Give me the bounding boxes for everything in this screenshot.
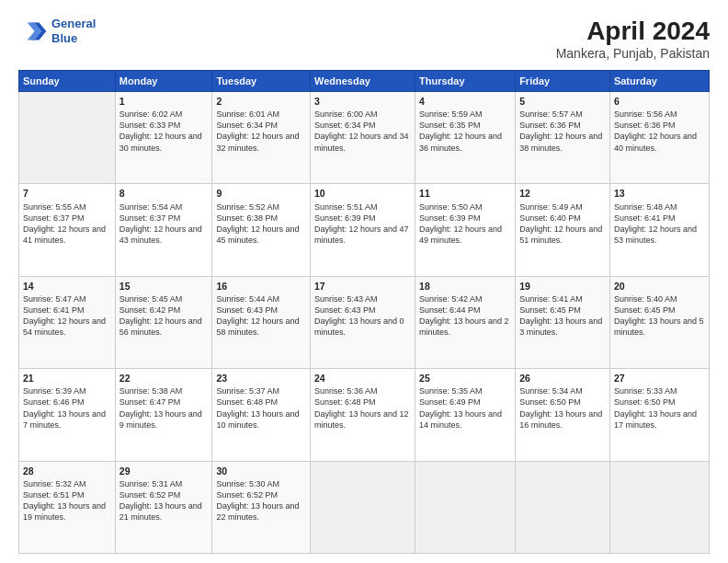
day-number: 6 [614,95,705,108]
col-thursday: Thursday [415,71,516,92]
table-cell: 11Sunrise: 5:50 AMSunset: 6:39 PMDayligh… [415,184,516,276]
table-cell: 20Sunrise: 5:40 AMSunset: 6:45 PMDayligh… [609,276,709,368]
col-monday: Monday [115,71,212,92]
table-cell: 2Sunrise: 6:01 AMSunset: 6:34 PMDaylight… [212,92,311,184]
day-number: 2 [216,95,306,108]
day-number: 28 [23,465,111,477]
cell-info: Sunrise: 5:49 AMSunset: 6:40 PMDaylight:… [519,201,606,247]
table-cell: 25Sunrise: 5:35 AMSunset: 6:49 PMDayligh… [415,369,516,461]
table-cell: 6Sunrise: 5:56 AMSunset: 6:36 PMDaylight… [609,92,709,184]
table-cell: 1Sunrise: 6:02 AMSunset: 6:33 PMDaylight… [115,92,212,184]
table-cell: 14Sunrise: 5:47 AMSunset: 6:41 PMDayligh… [19,276,116,368]
table-row: 1Sunrise: 6:02 AMSunset: 6:33 PMDaylight… [19,92,710,184]
header: General Blue April 2024 Mankera, Punjab,… [18,17,710,61]
day-number: 5 [519,95,606,108]
cell-info: Sunrise: 5:56 AMSunset: 6:36 PMDaylight:… [614,109,705,154]
day-number: 15 [119,280,209,293]
day-number: 29 [119,465,209,477]
logo-text: General Blue [51,17,96,45]
cell-info: Sunrise: 6:02 AMSunset: 6:33 PMDaylight:… [119,109,209,154]
day-number: 10 [314,187,411,200]
table-cell: 22Sunrise: 5:38 AMSunset: 6:47 PMDayligh… [115,369,212,461]
title-block: April 2024 Mankera, Punjab, Pakistan [556,17,710,61]
day-number: 24 [314,372,411,385]
table-cell: 15Sunrise: 5:45 AMSunset: 6:42 PMDayligh… [115,276,212,368]
table-cell: 9Sunrise: 5:52 AMSunset: 6:38 PMDaylight… [212,184,311,276]
table-cell: 30Sunrise: 5:30 AMSunset: 6:52 PMDayligh… [212,461,311,553]
header-row: Sunday Monday Tuesday Wednesday Thursday… [19,71,710,92]
day-number: 18 [419,280,511,293]
table-cell [19,92,116,184]
cell-info: Sunrise: 5:38 AMSunset: 6:47 PMDaylight:… [119,385,209,431]
day-number: 3 [314,95,411,108]
day-number: 16 [216,280,306,293]
table-cell [311,461,415,553]
cell-info: Sunrise: 5:41 AMSunset: 6:45 PMDaylight:… [519,293,606,339]
cell-info: Sunrise: 6:01 AMSunset: 6:34 PMDaylight:… [216,109,306,154]
cell-info: Sunrise: 5:40 AMSunset: 6:45 PMDaylight:… [614,293,705,339]
cell-info: Sunrise: 5:52 AMSunset: 6:38 PMDaylight:… [216,201,306,247]
table-cell: 7Sunrise: 5:55 AMSunset: 6:37 PMDaylight… [19,184,116,276]
day-number: 1 [119,95,209,108]
col-saturday: Saturday [609,71,709,92]
table-cell: 21Sunrise: 5:39 AMSunset: 6:46 PMDayligh… [19,369,116,461]
table-cell: 18Sunrise: 5:42 AMSunset: 6:44 PMDayligh… [415,276,516,368]
day-number: 17 [314,280,411,293]
table-cell: 5Sunrise: 5:57 AMSunset: 6:36 PMDaylight… [516,92,610,184]
day-number: 22 [119,372,209,385]
day-number: 11 [419,187,511,200]
day-number: 14 [23,280,111,293]
cell-info: Sunrise: 5:51 AMSunset: 6:39 PMDaylight:… [314,201,411,247]
table-cell [415,461,516,553]
day-number: 23 [216,372,306,385]
table-cell: 4Sunrise: 5:59 AMSunset: 6:35 PMDaylight… [415,92,516,184]
cell-info: Sunrise: 5:44 AMSunset: 6:43 PMDaylight:… [216,293,306,339]
table-cell: 16Sunrise: 5:44 AMSunset: 6:43 PMDayligh… [212,276,311,368]
cell-info: Sunrise: 5:50 AMSunset: 6:39 PMDaylight:… [419,201,511,247]
cell-info: Sunrise: 5:42 AMSunset: 6:44 PMDaylight:… [419,293,511,339]
col-tuesday: Tuesday [212,71,311,92]
col-wednesday: Wednesday [311,71,415,92]
table-cell [609,461,709,553]
day-number: 8 [119,187,209,200]
cell-info: Sunrise: 5:35 AMSunset: 6:49 PMDaylight:… [419,385,511,431]
day-number: 9 [216,187,306,200]
table-cell: 24Sunrise: 5:36 AMSunset: 6:48 PMDayligh… [311,369,415,461]
day-number: 19 [519,280,606,293]
cell-info: Sunrise: 5:55 AMSunset: 6:37 PMDaylight:… [23,201,111,247]
page-subtitle: Mankera, Punjab, Pakistan [556,46,710,61]
table-cell [516,461,610,553]
cell-info: Sunrise: 5:43 AMSunset: 6:43 PMDaylight:… [314,293,411,339]
table-cell: 10Sunrise: 5:51 AMSunset: 6:39 PMDayligh… [311,184,415,276]
day-number: 21 [23,372,111,385]
day-number: 13 [614,187,705,200]
cell-info: Sunrise: 5:39 AMSunset: 6:46 PMDaylight:… [23,385,111,431]
day-number: 12 [519,187,606,200]
day-number: 25 [419,372,511,385]
logo-icon [18,17,48,46]
table-row: 14Sunrise: 5:47 AMSunset: 6:41 PMDayligh… [19,276,710,368]
day-number: 4 [419,95,511,108]
day-number: 27 [614,372,705,385]
logo: General Blue [18,17,96,46]
cell-info: Sunrise: 5:59 AMSunset: 6:35 PMDaylight:… [419,109,511,154]
table-cell: 26Sunrise: 5:34 AMSunset: 6:50 PMDayligh… [516,369,610,461]
day-number: 30 [216,465,306,477]
table-cell: 28Sunrise: 5:32 AMSunset: 6:51 PMDayligh… [19,461,116,553]
cell-info: Sunrise: 5:34 AMSunset: 6:50 PMDaylight:… [519,385,606,431]
cell-info: Sunrise: 5:33 AMSunset: 6:50 PMDaylight:… [614,385,705,431]
cell-info: Sunrise: 5:57 AMSunset: 6:36 PMDaylight:… [519,109,606,154]
table-cell: 27Sunrise: 5:33 AMSunset: 6:50 PMDayligh… [609,369,709,461]
table-row: 7Sunrise: 5:55 AMSunset: 6:37 PMDaylight… [19,184,710,276]
page-title: April 2024 [556,17,710,46]
table-row: 28Sunrise: 5:32 AMSunset: 6:51 PMDayligh… [19,461,710,553]
cell-info: Sunrise: 5:36 AMSunset: 6:48 PMDaylight:… [314,385,411,431]
cell-info: Sunrise: 5:37 AMSunset: 6:48 PMDaylight:… [216,385,306,431]
page: General Blue April 2024 Mankera, Punjab,… [0,0,728,563]
cell-info: Sunrise: 5:45 AMSunset: 6:42 PMDaylight:… [119,293,209,339]
table-cell: 17Sunrise: 5:43 AMSunset: 6:43 PMDayligh… [311,276,415,368]
cell-info: Sunrise: 5:31 AMSunset: 6:52 PMDaylight:… [119,478,209,523]
table-cell: 29Sunrise: 5:31 AMSunset: 6:52 PMDayligh… [115,461,212,553]
col-friday: Friday [516,71,610,92]
day-number: 26 [519,372,606,385]
